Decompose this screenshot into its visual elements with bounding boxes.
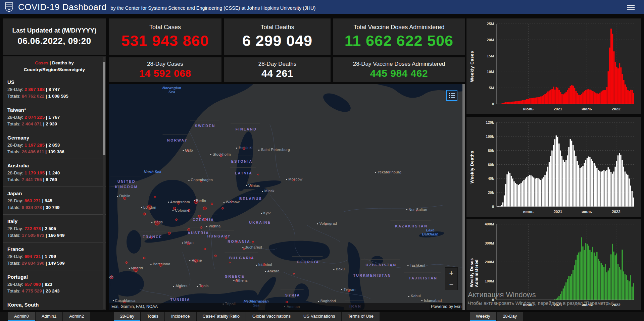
layer-list-button[interactable] <box>446 90 457 101</box>
country-name: Portugal <box>7 273 103 281</box>
day28-vaccine-label: 28-Day Vaccine Doses Administered <box>333 61 465 67</box>
tab-admin2[interactable]: Admin2 <box>63 312 90 321</box>
list-item[interactable]: Portugal 28-Day: 657 090 | 823Totals: 4 … <box>3 270 106 298</box>
map-attribution: Esri, Garmin, FAO, NOAA <box>109 303 465 310</box>
day28-vaccine-value: 445 984 462 <box>333 68 465 79</box>
svg-text:80k: 80k <box>488 149 494 153</box>
app-header: COVID-19 Dashboard by the Center for Sys… <box>0 0 644 14</box>
total-cases-value: 531 943 860 <box>109 32 221 50</box>
svg-text:200M: 200M <box>485 260 494 264</box>
last-updated-value: 06.06.2022, 09:20 <box>3 36 106 46</box>
map-zoom-control: + − <box>445 268 457 290</box>
svg-text:300M: 300M <box>485 241 494 245</box>
menu-icon[interactable] <box>627 4 635 10</box>
svg-text:100k: 100k <box>486 135 494 139</box>
tab-28-day[interactable]: 28-Day <box>114 312 140 321</box>
day28-cases-label: 28-Day Cases <box>109 61 221 67</box>
svg-text:июль: июль <box>523 303 534 307</box>
tab-28-day[interactable]: 28-Day <box>497 312 523 321</box>
day28-deaths-box: 28-Day Deaths 44 261 <box>224 57 331 82</box>
weekly-cases-axis-label: Weekly Cases <box>469 51 475 82</box>
tab-incidence[interactable]: Incidence <box>165 312 196 321</box>
day28-deaths-label: 28-Day Deaths <box>224 61 331 67</box>
country-name: Australia <box>7 162 103 170</box>
country-name: Korea, South <box>7 301 103 309</box>
weekly-doses-chart[interactable]: 0100M200M300M400Mиюль2021июль2022 <box>480 220 639 309</box>
tab-us-vaccinations[interactable]: US Vaccinations <box>297 312 341 321</box>
tab-weekly[interactable]: Weekly <box>470 312 496 321</box>
header-line2: Country/Region/Sovereignty <box>24 67 85 72</box>
scrollbar-thumb[interactable] <box>103 62 105 155</box>
country-name: France <box>7 246 103 253</box>
svg-text:400M: 400M <box>485 222 494 226</box>
right-tabs: Weekly28-Day <box>470 312 524 321</box>
day28-deaths-value: 44 261 <box>224 68 331 79</box>
day28-cases-value: 14 592 068 <box>109 68 221 79</box>
tab-global-vaccinations[interactable]: Global Vaccinations <box>246 312 297 321</box>
svg-text:июль: июль <box>523 210 534 214</box>
svg-text:60k: 60k <box>488 163 494 167</box>
country-list-scrollbar[interactable] <box>103 57 105 309</box>
zoom-in-button[interactable]: + <box>445 268 457 279</box>
svg-text:2021: 2021 <box>554 107 562 111</box>
svg-text:2022: 2022 <box>612 210 621 214</box>
total-deaths-box: Total Deaths 6 299 049 <box>224 18 331 55</box>
svg-text:15M: 15M <box>487 54 494 58</box>
layer-list-icon <box>449 92 455 99</box>
weekly-cases-chart-card: Weekly Cases 05M10M15M20M25Mиюль2021июль… <box>466 18 641 114</box>
country-name: Italy <box>7 218 103 225</box>
country-name: Japan <box>7 190 103 198</box>
tab-totals[interactable]: Totals <box>141 312 164 321</box>
total-vaccine-value: 11 662 622 506 <box>333 32 465 50</box>
list-item[interactable]: Australia 28-Day: 1 179 195 | 1 240Total… <box>3 159 106 186</box>
list-item[interactable]: US 28-Day: 2 867 188 | 8 747Totals: 84 7… <box>3 75 106 103</box>
svg-text:июль: июль <box>523 107 534 111</box>
svg-text:100M: 100M <box>485 279 494 283</box>
map-scrollbar[interactable] <box>462 84 465 310</box>
tab-admin0[interactable]: Admin0 <box>8 312 35 321</box>
svg-text:5M: 5M <box>489 86 494 90</box>
powered-by-esri: Powered by Esri <box>430 303 463 310</box>
total-cases-label: Total Cases <box>109 24 221 31</box>
day28-cases-box: 28-Day Cases 14 592 068 <box>109 57 221 82</box>
main-tabs: 28-DayTotalsIncidenceCase-Fatality Ratio… <box>114 312 380 321</box>
map[interactable]: Norwegian SeaNorth SeaMediterranean SeaL… <box>109 84 465 310</box>
country-list-header: Cases | Deaths by Country/Region/Soverei… <box>3 56 106 75</box>
admin-tabs: Admin0Admin1Admin2 <box>8 312 91 321</box>
covid-dashboard: COVID-19 Dashboard by the Center for Sys… <box>0 0 644 321</box>
svg-text:10M: 10M <box>487 70 494 74</box>
jhu-shield-logo-icon <box>5 2 13 12</box>
weekly-cases-chart[interactable]: 05M10M15M20M25Mиюль2021июль2022 <box>480 20 639 113</box>
svg-text:20k: 20k <box>488 191 494 195</box>
last-updated-label: Last Updated at (M/D/YYYY) <box>3 27 106 34</box>
total-vaccine-box: Total Vaccine Doses Administered 11 662 … <box>333 18 465 55</box>
tab-admin1[interactable]: Admin1 <box>36 312 62 321</box>
total-cases-box: Total Cases 531 943 860 <box>109 18 221 55</box>
list-item[interactable]: France 28-Day: 694 721 | 1 799Totals: 29… <box>3 242 106 270</box>
list-item[interactable]: Korea, South 28-Day: 619 288 | 898Totals… <box>3 298 106 310</box>
list-item[interactable]: Italy 28-Day: 722 678 | 2 505Totals: 17 … <box>3 214 106 242</box>
svg-text:0: 0 <box>492 205 494 209</box>
svg-text:2021: 2021 <box>554 210 562 214</box>
country-name: Germany <box>7 134 103 142</box>
page-title: COVID-19 Dashboard <box>18 2 106 12</box>
country-list-panel: Cases | Deaths by Country/Region/Soverei… <box>3 56 106 310</box>
svg-text:0: 0 <box>492 102 494 106</box>
total-vaccine-label: Total Vaccine Doses Administered <box>333 24 465 31</box>
zoom-out-button[interactable]: − <box>445 279 457 290</box>
list-item[interactable]: Germany 28-Day: 1 197 285 | 2 853Totals:… <box>3 131 106 159</box>
total-deaths-label: Total Deaths <box>224 24 331 31</box>
country-name: Taiwan* <box>7 106 103 114</box>
svg-text:40k: 40k <box>488 176 494 180</box>
list-item[interactable]: Taiwan* 28-Day: 2 074 225 | 1 767Totals:… <box>3 103 106 131</box>
tab-terms-of-use[interactable]: Terms of Use <box>342 312 380 321</box>
svg-text:0: 0 <box>492 298 494 302</box>
svg-text:20M: 20M <box>487 38 494 42</box>
svg-text:июль: июль <box>582 107 592 111</box>
weekly-deaths-chart-card: Weekly Deaths 020k40k60k80k100k120kиюль2… <box>466 117 641 217</box>
list-item[interactable]: Japan 28-Day: 863 271 | 945Totals: 8 934… <box>3 186 106 214</box>
tab-case-fatality-ratio[interactable]: Case-Fatality Ratio <box>197 312 246 321</box>
header-cases-word: Cases <box>35 60 48 65</box>
weekly-deaths-chart[interactable]: 020k40k60k80k100k120kиюль2021июль2022 <box>480 118 639 215</box>
svg-text:2021: 2021 <box>554 303 562 307</box>
